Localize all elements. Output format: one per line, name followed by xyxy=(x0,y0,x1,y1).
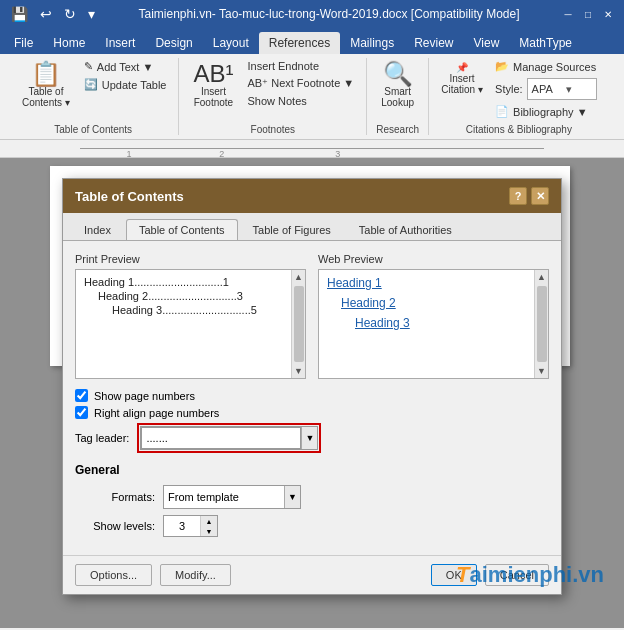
show-levels-spinner: ▲ ▼ xyxy=(163,515,218,537)
spin-down-button[interactable]: ▼ xyxy=(201,526,217,536)
footnote-icon: AB¹ xyxy=(193,62,233,86)
next-footnote-button[interactable]: AB⁺ Next Footnote ▼ xyxy=(243,75,358,92)
tag-leader-row: Tag leader: (none) ....... ------- _____… xyxy=(75,423,549,453)
show-page-numbers-checkbox[interactable] xyxy=(75,389,88,402)
toc-icon: 📋 xyxy=(31,62,61,86)
update-icon: 🔄 xyxy=(84,78,98,91)
show-levels-input[interactable] xyxy=(164,516,200,536)
scroll-thumb xyxy=(294,286,304,362)
formats-select[interactable]: From template Classic Distinctive Fancy … xyxy=(164,486,284,508)
insert-citation-button[interactable]: 📌 InsertCitation ▾ xyxy=(437,58,487,99)
formats-arrow-icon[interactable]: ▼ xyxy=(284,486,300,508)
web-scroll-down-icon[interactable]: ▼ xyxy=(535,364,548,378)
options-button[interactable]: Options... xyxy=(75,564,152,586)
dialog-close-button[interactable]: ✕ xyxy=(531,187,549,205)
smart-lookup-icon: 🔍 xyxy=(383,62,413,86)
tab-mathtype[interactable]: MathType xyxy=(509,32,582,54)
ruler-mark-1: 1 xyxy=(126,149,131,158)
smart-lookup-button[interactable]: 🔍 SmartLookup xyxy=(375,58,420,112)
manage-sources-label: Manage Sources xyxy=(513,61,596,73)
minimize-button[interactable]: ─ xyxy=(560,6,576,22)
tag-leader-select-wrapper: (none) ....... ------- _______ ▼ xyxy=(140,426,318,450)
group-footnotes: AB¹ InsertFootnote Insert Endnote AB⁺ Ne… xyxy=(179,58,367,135)
undo-icon[interactable]: ↩ xyxy=(37,4,55,24)
tab-file[interactable]: File xyxy=(4,32,43,54)
table-of-contents-dialog: Table of Contents ? ✕ Index Table of Con… xyxy=(62,178,562,595)
web-preview-box: Heading 1 Heading 2 Heading 3 ▲ ▼ xyxy=(318,269,549,379)
dialog-tab-figures[interactable]: Table of Figures xyxy=(240,219,344,240)
show-levels-row: Show levels: ▲ ▼ xyxy=(75,515,549,537)
dialog-title-controls: ? ✕ xyxy=(509,187,549,205)
general-section: General Formats: From template Classic D… xyxy=(75,463,549,537)
table-of-contents-button[interactable]: 📋 Table ofContents ▾ xyxy=(16,58,76,112)
ribbon-tabs: File Home Insert Design Layout Reference… xyxy=(0,28,624,54)
tab-review[interactable]: Review xyxy=(404,32,463,54)
tab-layout[interactable]: Layout xyxy=(203,32,259,54)
web-preview-scrollbar[interactable]: ▲ ▼ xyxy=(534,270,548,378)
bibliography-button[interactable]: 📄 Bibliography ▼ xyxy=(491,103,601,120)
dialog-tab-toc[interactable]: Table of Contents xyxy=(126,219,238,240)
save-icon[interactable]: 💾 xyxy=(8,4,31,24)
dialog-tab-index[interactable]: Index xyxy=(71,219,124,240)
add-text-icon: ✎ xyxy=(84,60,93,73)
web-link-3[interactable]: Heading 3 xyxy=(355,316,540,330)
style-arrow-icon: ▾ xyxy=(562,83,596,96)
redo-icon[interactable]: ↻ xyxy=(61,4,79,24)
web-link-2[interactable]: Heading 2 xyxy=(341,296,540,310)
citations-secondary: 📂 Manage Sources Style: APA ▾ 📄 Bibliogr… xyxy=(491,58,601,120)
customize-icon[interactable]: ▾ xyxy=(85,4,98,24)
close-button[interactable]: ✕ xyxy=(600,6,616,22)
dialog-tab-authorities[interactable]: Table of Authorities xyxy=(346,219,465,240)
insert-citation-label: InsertCitation ▾ xyxy=(441,73,483,95)
spin-up-button[interactable]: ▲ xyxy=(201,516,217,526)
tag-leader-arrow-icon[interactable]: ▼ xyxy=(301,427,317,449)
previews-row: Print Preview Heading 1.................… xyxy=(75,253,549,379)
dialog-title: Table of Contents xyxy=(75,189,184,204)
add-text-button[interactable]: ✎ Add Text ▼ xyxy=(80,58,171,75)
show-levels-spin-buttons: ▲ ▼ xyxy=(200,516,217,536)
formats-row: Formats: From template Classic Distincti… xyxy=(75,485,549,509)
print-preview-box: Heading 1.............................1 … xyxy=(75,269,306,379)
research-group-label: Research xyxy=(376,122,419,135)
watermark: Taimienphi.vn xyxy=(456,562,604,588)
tab-design[interactable]: Design xyxy=(145,32,202,54)
dialog-tabs: Index Table of Contents Table of Figures… xyxy=(63,213,561,241)
update-table-label: Update Table xyxy=(102,79,167,91)
print-preview-scrollbar[interactable]: ▲ ▼ xyxy=(291,270,305,378)
print-preview-label: Print Preview xyxy=(75,253,306,265)
modify-button[interactable]: Modify... xyxy=(160,564,231,586)
tab-insert[interactable]: Insert xyxy=(95,32,145,54)
web-scroll-up-icon[interactable]: ▲ xyxy=(535,270,548,284)
manage-sources-button[interactable]: 📂 Manage Sources xyxy=(491,58,601,75)
update-table-button[interactable]: 🔄 Update Table xyxy=(80,76,171,93)
insert-endnote-button[interactable]: Insert Endnote xyxy=(243,58,358,74)
tab-view[interactable]: View xyxy=(464,32,510,54)
tab-mailings[interactable]: Mailings xyxy=(340,32,404,54)
footnotes-items: AB¹ InsertFootnote Insert Endnote AB⁺ Ne… xyxy=(187,58,358,120)
scroll-down-icon[interactable]: ▼ xyxy=(292,364,305,378)
window-controls: ─ □ ✕ xyxy=(560,6,616,22)
title-bar: 💾 ↩ ↻ ▾ Taimienphi.vn- Tao-muc-luc-trong… xyxy=(0,0,624,28)
tab-references[interactable]: References xyxy=(259,32,340,54)
citation-icon: 📌 xyxy=(456,62,468,73)
tab-home[interactable]: Home xyxy=(43,32,95,54)
ruler-line: 1 2 3 xyxy=(80,148,544,149)
tag-leader-select[interactable]: (none) ....... ------- _______ xyxy=(141,427,301,449)
right-align-checkbox[interactable] xyxy=(75,406,88,419)
insert-footnote-label: InsertFootnote xyxy=(194,86,233,108)
group-citations: 📌 InsertCitation ▾ 📂 Manage Sources Styl… xyxy=(429,58,609,135)
show-page-numbers-row: Show page numbers xyxy=(75,389,549,402)
watermark-suffix: .vn xyxy=(572,562,604,587)
show-notes-button[interactable]: Show Notes xyxy=(243,93,358,109)
formats-label: Formats: xyxy=(75,491,155,503)
insert-footnote-button[interactable]: AB¹ InsertFootnote xyxy=(187,58,239,112)
print-preview-section: Print Preview Heading 1.................… xyxy=(75,253,306,379)
group-research: 🔍 SmartLookup Research xyxy=(367,58,429,135)
web-link-1[interactable]: Heading 1 xyxy=(327,276,540,290)
research-items: 🔍 SmartLookup xyxy=(375,58,420,120)
print-line-3: Heading 3.............................5 xyxy=(112,304,297,316)
dialog-help-button[interactable]: ? xyxy=(509,187,527,205)
maximize-button[interactable]: □ xyxy=(580,6,596,22)
style-dropdown[interactable]: APA ▾ xyxy=(527,78,597,100)
scroll-up-icon[interactable]: ▲ xyxy=(292,270,305,284)
